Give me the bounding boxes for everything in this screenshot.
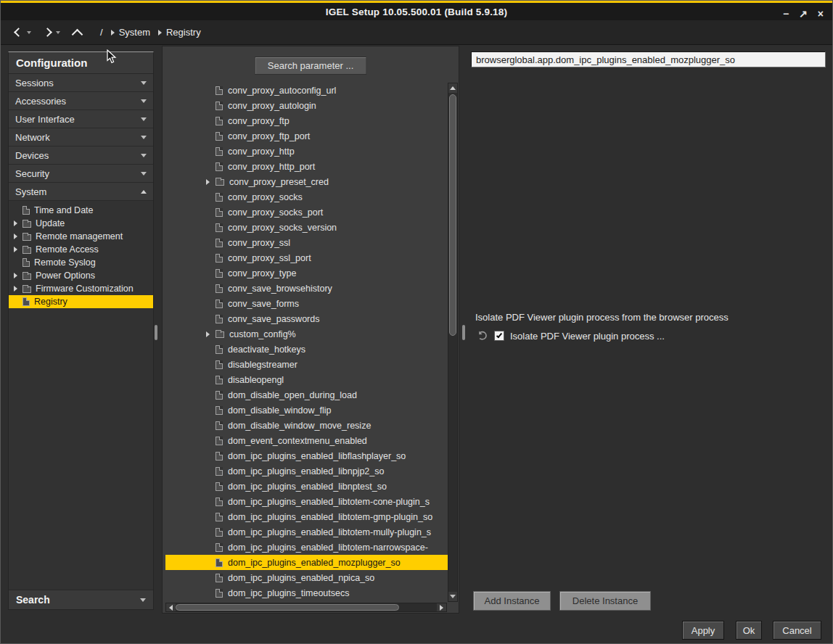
sidebar-item-system[interactable]: System: [9, 183, 153, 201]
registry-row-conv-save-passwords[interactable]: conv_save_passwords: [165, 311, 449, 326]
breadcrumb-system[interactable]: System: [111, 27, 150, 38]
registry-row-dom-ipc-plugins-enabled-libtotem-mully-plugin-s[interactable]: dom_ipc_plugins_enabled_libtotem-mully-p…: [165, 524, 449, 540]
registry-row-dom-disable-open-during-load[interactable]: dom_disable_open_during_load: [165, 387, 449, 402]
registry-row-conv-proxy-autoconfig-url[interactable]: conv_proxy_autoconfig_url: [165, 83, 449, 98]
registry-row-dom-ipc-plugins-enabled-libtotem-gmp-plugin-so[interactable]: dom_ipc_plugins_enabled_libtotem-gmp-plu…: [165, 509, 449, 524]
registry-row-dom-ipc-plugins-enabled-libflashplayer-so[interactable]: dom_ipc_plugins_enabled_libflashplayer_s…: [165, 448, 449, 463]
registry-row-conv-proxy-socks[interactable]: conv_proxy_socks: [165, 189, 449, 205]
minimize-button[interactable]: −: [783, 9, 789, 19]
registry-row-dom-event-contextmenu-enabled[interactable]: dom_event_contextmenu_enabled: [165, 433, 449, 448]
registry-row-deactivate-hotkeys[interactable]: deactivate_hotkeys: [165, 342, 449, 357]
sidebar-item-devices[interactable]: Devices: [9, 146, 153, 165]
scroll-right-button[interactable]: [437, 603, 446, 611]
sidebar-item-user-interface[interactable]: User Interface: [9, 110, 153, 128]
registry-row-conv-proxy-http[interactable]: conv_proxy_http: [165, 144, 449, 159]
forward-button[interactable]: [44, 29, 60, 36]
forward-dropdown-icon[interactable]: [56, 31, 60, 34]
sidebar-item-sessions[interactable]: Sessions: [9, 74, 153, 92]
vertical-scrollbar[interactable]: [448, 83, 458, 602]
expand-arrow-icon[interactable]: [14, 234, 17, 239]
add-instance-button[interactable]: Add Instance: [473, 591, 551, 611]
tree-item-remote-access[interactable]: Remote Access: [9, 243, 153, 256]
registry-row-label: conv_proxy_socks: [228, 192, 303, 202]
cancel-button[interactable]: Cancel: [773, 621, 821, 640]
registry-row-conv-proxy-type[interactable]: conv_proxy_type: [165, 265, 449, 281]
tree-item-power-options[interactable]: Power Options: [9, 269, 153, 282]
parameter-icon: [216, 86, 223, 95]
registry-row-conv-save-forms[interactable]: conv_save_forms: [165, 296, 449, 311]
registry-row-label: dom_ipc_plugins_enabled_libflashplayer_s…: [228, 451, 406, 461]
titlebar[interactable]: IGEL Setup 10.05.500.01 (Build 5.9.18) −…: [1, 3, 832, 20]
tree-item-registry[interactable]: Registry: [9, 295, 153, 308]
panel-splitter-handle[interactable]: [462, 325, 465, 340]
registry-row-dom-ipc-plugins-enabled-libtotem-narrowspace[interactable]: dom_ipc_plugins_enabled_libtotem-narrows…: [165, 540, 449, 555]
isolate-pdf-checkbox[interactable]: [494, 331, 504, 341]
expand-arrow-icon[interactable]: [14, 247, 17, 252]
tree-item-remote-management[interactable]: Remote management: [9, 230, 153, 243]
tree-item-label: Registry: [34, 297, 67, 307]
page-icon: [22, 206, 30, 215]
registry-row-dom-ipc-plugins-enabled-libtotem-cone-plugin-s[interactable]: dom_ipc_plugins_enabled_libtotem-cone-pl…: [165, 494, 449, 509]
registry-row-conv-proxy-ssl[interactable]: conv_proxy_ssl: [165, 235, 449, 250]
search-parameter-button[interactable]: Search parameter ...: [255, 57, 367, 75]
horizontal-scrollbar[interactable]: [165, 603, 447, 612]
vertical-scrollbar-thumb[interactable]: [449, 94, 456, 336]
horizontal-scrollbar-thumb[interactable]: [176, 604, 399, 611]
expand-arrow-icon[interactable]: [14, 286, 17, 292]
registry-row-custom-config[interactable]: custom_config%: [165, 326, 449, 342]
registry-row-dom-ipc-plugins-timeoutsecs[interactable]: dom_ipc_plugins_timeoutsecs: [165, 585, 449, 600]
breadcrumb-registry[interactable]: Registry: [158, 27, 201, 38]
expand-arrow-icon[interactable]: [14, 273, 17, 278]
registry-row-label: dom_ipc_plugins_enabled_libnptest_so: [228, 482, 387, 492]
registry-row-dom-ipc-plugins-enabled-libnpjp2-so[interactable]: dom_ipc_plugins_enabled_libnpjp2_so: [165, 463, 449, 479]
sidebar-item-security[interactable]: Security: [9, 165, 153, 183]
tree-item-update[interactable]: Update: [9, 217, 153, 230]
close-button[interactable]: ×: [818, 9, 824, 19]
expand-arrow-icon[interactable]: [14, 220, 17, 226]
scroll-left-button[interactable]: [166, 603, 176, 611]
registry-row-conv-proxy-http-port[interactable]: conv_proxy_http_port: [165, 159, 449, 174]
up-button[interactable]: [73, 28, 81, 36]
registry-row-label: conv_proxy_type: [228, 268, 297, 278]
registry-row-conv-proxy-ftp-port[interactable]: conv_proxy_ftp_port: [165, 128, 449, 144]
registry-row-disablegstreamer[interactable]: disablegstreamer: [165, 357, 449, 372]
registry-row-disableopengl[interactable]: disableopengl: [165, 372, 449, 387]
registry-row-dom-disable-window-flip[interactable]: dom_disable_window_flip: [165, 402, 449, 418]
apply-button[interactable]: Apply: [682, 621, 724, 640]
scroll-up-button[interactable]: [448, 83, 457, 93]
registry-row-label: dom_ipc_plugins_enabled_libtotem-gmp-plu…: [228, 512, 432, 522]
sidebar-search[interactable]: Search: [9, 590, 153, 609]
delete-instance-button[interactable]: Delete Instance: [559, 591, 651, 611]
registry-row-dom-ipc-plugins-enabled-libnptest-so[interactable]: dom_ipc_plugins_enabled_libnptest_so: [165, 479, 449, 494]
registry-row-dom-ipc-plugins-enabled-mozplugger-so[interactable]: dom_ipc_plugins_enabled_mozplugger_so: [165, 555, 449, 570]
registry-tree-panel: Search parameter ... conv_proxy_autoconf…: [162, 46, 459, 614]
sidebar-splitter-handle[interactable]: [155, 325, 157, 340]
registry-row-dom-ipc-plugins-enabled-npica-so[interactable]: dom_ipc_plugins_enabled_npica_so: [165, 570, 449, 585]
registry-row-label: conv_proxy_http: [228, 146, 295, 157]
sidebar-item-network[interactable]: Network: [9, 128, 153, 146]
expand-arrow-icon[interactable]: [206, 331, 210, 337]
tree-item-firmware-customization[interactable]: Firmware Customization: [9, 282, 153, 295]
expand-arrow-icon[interactable]: [206, 179, 210, 185]
sidebar-item-accessories[interactable]: Accessories: [9, 92, 153, 110]
tree-item-remote-syslog[interactable]: Remote Syslog: [9, 256, 153, 269]
tree-item-label: Firmware Customization: [36, 284, 134, 294]
tree-item-time-and-date[interactable]: Time and Date: [9, 204, 153, 217]
registry-row-conv-proxy-autologin[interactable]: conv_proxy_autologin: [165, 98, 449, 113]
reset-to-default-icon[interactable]: [477, 331, 488, 342]
registry-row-dom-disable-window-move-resize[interactable]: dom_disable_window_move_resize: [165, 418, 449, 433]
registry-row-conv-save-browsehistory[interactable]: conv_save_browsehistory: [165, 281, 449, 296]
parameter-name-field[interactable]: [471, 51, 826, 67]
ok-button[interactable]: Ok: [736, 621, 762, 640]
back-button[interactable]: [14, 29, 31, 36]
registry-row-label: dom_ipc_plugins_enabled_libnpjp2_so: [228, 466, 384, 476]
registry-row-conv-proxy-socks-port[interactable]: conv_proxy_socks_port: [165, 205, 449, 220]
back-dropdown-icon[interactable]: [27, 31, 31, 34]
registry-row-conv-proxy-socks-version[interactable]: conv_proxy_socks_version: [165, 220, 449, 235]
registry-row-conv-proxy-preset-cred[interactable]: conv_proxy_preset_cred: [165, 174, 449, 189]
registry-row-conv-proxy-ssl-port[interactable]: conv_proxy_ssl_port: [165, 250, 449, 265]
registry-row-conv-proxy-ftp[interactable]: conv_proxy_ftp: [165, 113, 449, 128]
scroll-down-button[interactable]: [448, 592, 457, 601]
restore-button[interactable]: ↗: [799, 9, 808, 19]
window-title: IGEL Setup 10.05.500.01 (Build 5.9.18): [326, 7, 507, 17]
